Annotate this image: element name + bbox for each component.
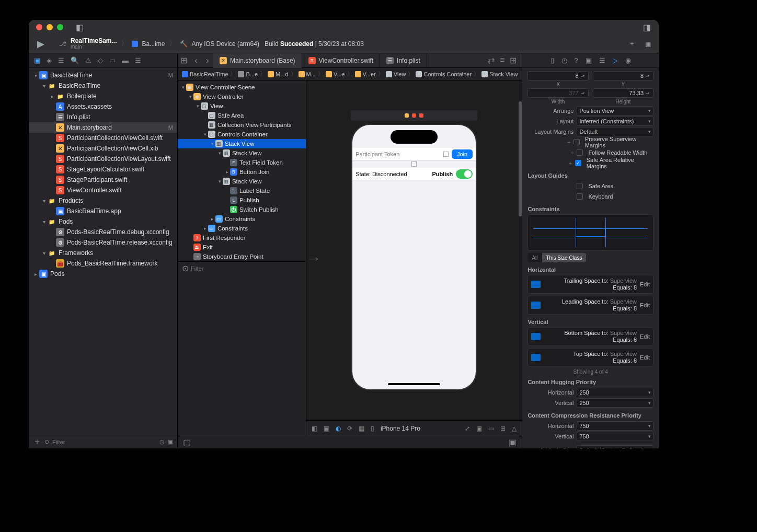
outline-item[interactable]: ▾▢Controls Container — [178, 130, 306, 139]
tree-item[interactable]: ▾📁BasicRealTime — [29, 80, 177, 91]
outline-item[interactable]: LLabel State — [178, 186, 306, 195]
token-field[interactable] — [355, 151, 440, 157]
constraint-item[interactable]: Top Space to: SuperviewEquals: 8Edit — [527, 348, 653, 367]
tree-item[interactable]: 🧰Pods_BasicRealTime.framework — [29, 258, 177, 269]
height-field[interactable]: 73.33▴▾ — [593, 88, 653, 98]
editor-tab[interactable]: SViewController.swift — [302, 53, 380, 68]
add-editor-icon[interactable]: ⊞ — [510, 55, 517, 65]
tree-item[interactable]: ✕Main.storyboardM — [29, 122, 177, 133]
constraints-diagram[interactable] — [527, 214, 653, 251]
tree-item[interactable]: ▸📁Boilerplate — [29, 91, 177, 101]
checkbox[interactable] — [577, 193, 583, 200]
edit-button[interactable]: Edit — [640, 302, 650, 308]
edit-button[interactable]: Edit — [640, 281, 650, 287]
tree-item[interactable]: SViewController.swift — [29, 185, 177, 195]
tree-item[interactable]: ▾📁Products — [29, 195, 177, 206]
identity-inspector-tab[interactable]: ▣ — [586, 56, 592, 64]
editor-tab[interactable]: ☰Info.plist — [380, 53, 427, 68]
navigator-filter-input[interactable] — [52, 439, 156, 445]
breadcrumb-item[interactable]: M...d — [268, 71, 288, 77]
tree-item[interactable]: ▾▣BasicRealTimeM — [29, 70, 177, 80]
breadcrumb-item[interactable]: View — [386, 71, 406, 77]
issue-tab[interactable]: ⚠ — [85, 56, 91, 64]
related-items-icon[interactable]: ⊞ — [178, 55, 190, 65]
outline-item[interactable]: ▢Safe Area — [178, 111, 306, 120]
hugging-h-field[interactable]: 250 — [577, 388, 653, 397]
breadcrumb-item[interactable]: M... — [299, 71, 316, 77]
breadcrumb-item[interactable]: BasicRealTime — [182, 71, 228, 77]
x-field[interactable]: 8▴▾ — [527, 71, 588, 80]
history-inspector-tab[interactable]: ◷ — [561, 56, 567, 64]
join-button[interactable]: Join — [452, 149, 473, 159]
review-icon[interactable]: ⇄ — [488, 55, 495, 65]
intrinsic-dropdown[interactable]: Default (System Defined) — [577, 445, 653, 448]
compress-h-field[interactable]: 750 — [577, 421, 653, 431]
scm-icon[interactable]: ▣ — [168, 438, 173, 445]
scene-title-bar[interactable] — [351, 110, 477, 121]
tree-item[interactable]: ⚙Pods-BasicRealTime.debug.xcconfig — [29, 227, 177, 237]
tree-item[interactable]: AAssets.xcassets — [29, 101, 177, 112]
zoom-fit-icon[interactable]: ⤢ — [465, 425, 470, 432]
tree-item[interactable]: SStageLayoutCalculator.swift — [29, 164, 177, 175]
outline-item[interactable]: FText Field Token — [178, 158, 306, 167]
sidebar-toggle-icon[interactable]: ◧ — [74, 21, 85, 33]
tree-item[interactable]: ▣BasicRealTime.app — [29, 206, 177, 216]
checkbox[interactable]: ✓ — [575, 160, 581, 166]
constraint-item[interactable]: Trailing Space to: SuperviewEquals: 8Edi… — [527, 275, 653, 294]
outline-item[interactable]: ▸▭Constraints — [178, 224, 306, 233]
hugging-v-field[interactable]: 250 — [577, 398, 653, 408]
tree-item[interactable]: ☰Info.plist — [29, 112, 177, 122]
tree-item[interactable]: SStageParticipant.swift — [29, 175, 177, 185]
constraint-item[interactable]: Leading Space to: SuperviewEquals: 8Edit — [527, 296, 653, 315]
size-inspector-tab[interactable]: ▷ — [613, 56, 618, 64]
breadcrumb-item[interactable]: V...e — [326, 71, 345, 77]
appearance-icon[interactable]: ◐ — [336, 425, 341, 432]
outline-item[interactable]: →Storyboard Entry Point — [178, 252, 306, 261]
outline-filter-input[interactable] — [191, 265, 302, 272]
symbol-tab[interactable]: ☰ — [58, 56, 64, 64]
device-label[interactable]: iPhone 14 Pro — [381, 425, 420, 432]
clock-icon[interactable]: ◷ — [159, 438, 165, 445]
checkbox[interactable] — [577, 149, 583, 156]
outline-item[interactable]: ▾▢View — [178, 101, 306, 111]
outline-item[interactable]: ⏏Exit — [178, 242, 306, 252]
library-icon[interactable]: ▦ — [642, 38, 653, 50]
editor-tab[interactable]: ✕Main.storyboard (Base) — [213, 53, 302, 68]
outline-item[interactable]: ▸BButton Join — [178, 167, 306, 177]
arrange-dropdown[interactable]: Position View — [577, 106, 653, 115]
publish-switch[interactable] — [456, 169, 473, 179]
variants-icon[interactable]: ▦ — [359, 425, 364, 432]
width-field[interactable]: 377▴▾ — [527, 88, 588, 98]
align-icon[interactable]: ▭ — [488, 425, 494, 432]
resolve-icon[interactable]: △ — [512, 425, 517, 432]
inspector-toggle-icon[interactable]: ◨ — [641, 21, 652, 33]
device-icon[interactable]: ▯ — [371, 425, 374, 432]
show-debug-icon[interactable]: ▣ — [509, 437, 517, 447]
project-navigator-tab[interactable]: ▣ — [34, 56, 40, 64]
tree-item[interactable]: ⚙Pods-BasicRealTime.release.xcconfig — [29, 237, 177, 248]
outline-toggle-icon[interactable]: ◧ — [312, 425, 317, 432]
tree-item[interactable]: ▾📁Pods — [29, 216, 177, 227]
outline-item[interactable]: ▸▭Constraints — [178, 214, 306, 224]
constraint-scope-segment[interactable]: AllThis Size Class — [527, 253, 586, 262]
checkbox[interactable] — [574, 139, 579, 145]
canvas-area[interactable]: → — [306, 80, 522, 420]
checkbox[interactable] — [577, 183, 583, 189]
help-inspector-tab[interactable]: ? — [575, 56, 578, 64]
jump-bar[interactable]: BasicRealTime〉B...e〉M...d〉M...〉V...e〉V..… — [178, 68, 522, 80]
run-button[interactable]: ▶ — [37, 38, 44, 50]
margins-dropdown[interactable]: Default — [577, 127, 653, 136]
test-tab[interactable]: ◇ — [98, 56, 103, 64]
compress-v-field[interactable]: 750 — [577, 432, 653, 441]
outline-item[interactable]: ▾▥Stack View — [178, 139, 306, 148]
minimize-icon[interactable] — [47, 24, 53, 30]
tree-item[interactable]: SParticipantCollectionViewLayout.swift — [29, 154, 177, 164]
y-field[interactable]: 8▴▾ — [593, 71, 653, 80]
outline-item[interactable]: ▦Collection View Participants — [178, 120, 306, 130]
adjust-icon[interactable]: ≡ — [500, 55, 504, 65]
tree-item[interactable]: ▸▣Pods — [29, 269, 177, 279]
report-tab[interactable]: ☰ — [135, 56, 141, 64]
tree-item[interactable]: ✕ParticipantCollectionViewCell.xib — [29, 143, 177, 154]
close-icon[interactable] — [36, 24, 42, 30]
scheme-selector[interactable]: ⎇ RealTimeSam... main 〉 Ba...ime 〉 🔨 Any… — [59, 38, 259, 50]
